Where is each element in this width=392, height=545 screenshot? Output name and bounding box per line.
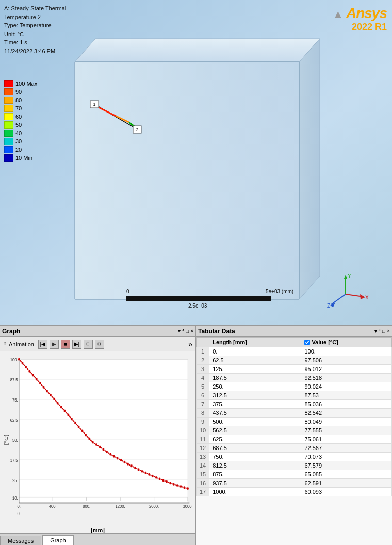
row-value: 67.579 <box>301 461 392 470</box>
table-close-icon[interactable]: × <box>387 328 390 334</box>
tab-graph[interactable]: Graph <box>42 535 74 545</box>
row-length: 562.5 <box>209 426 301 435</box>
svg-point-78 <box>85 434 87 437</box>
svg-point-69 <box>53 397 55 400</box>
tab-messages[interactable]: Messages <box>0 536 41 545</box>
svg-text:1200.: 1200. <box>116 503 125 509</box>
table-row: 6 312.5 87.53 <box>197 391 392 400</box>
row-index: 15 <box>197 470 209 479</box>
row-index: 11 <box>197 435 209 444</box>
graph-collapse-icon[interactable]: » <box>188 340 192 348</box>
anim-chart-button[interactable]: ⊟ <box>95 340 104 349</box>
legend-item-7: 30 <box>4 138 37 145</box>
3d-viewport: 1 2 Y Z X 0 5e+03 (mm) 2.5e+03 A: <box>0 0 392 325</box>
tabs-bar: Messages Graph <box>0 533 195 545</box>
table-row: 9 500. 80.049 <box>197 418 392 426</box>
row-index: 16 <box>197 479 209 488</box>
svg-text:Y: Y <box>348 273 351 279</box>
row-value: 75.061 <box>301 435 392 444</box>
svg-point-87 <box>117 457 119 460</box>
svg-point-70 <box>57 402 59 405</box>
row-value: 95.012 <box>301 365 392 374</box>
graph-close-icon[interactable]: × <box>190 328 193 334</box>
info-line5: Time: 1 s <box>4 38 66 47</box>
animation-toolbar: ⠿ Animation |◀ ▶ ■ ▶| ⊞ ⊟ » <box>0 337 195 351</box>
svg-text:2.5e+03: 2.5e+03 <box>188 303 207 309</box>
svg-point-85 <box>109 453 111 456</box>
col-header-length[interactable]: Length [mm] <box>209 338 301 347</box>
anim-step-back-button[interactable]: |◀ <box>38 340 47 349</box>
row-value: 85.036 <box>301 400 392 409</box>
svg-point-62 <box>28 370 30 373</box>
row-length: 312.5 <box>209 391 301 400</box>
row-value: 90.024 <box>301 382 392 391</box>
table-pin-icon[interactable]: ⁴ <box>379 328 381 334</box>
svg-point-103 <box>173 483 175 486</box>
svg-point-92 <box>134 467 136 470</box>
anim-grid-button[interactable]: ⊞ <box>84 340 93 349</box>
row-value: 72.567 <box>301 444 392 453</box>
table-row: 4 187.5 92.518 <box>197 374 392 382</box>
row-value: 70.073 <box>301 453 392 461</box>
legend-item-9: 10 Min <box>4 154 37 162</box>
anim-play-button[interactable]: ▶ <box>50 340 59 349</box>
info-line2: Temperature 2 <box>4 13 66 22</box>
svg-text:3000.: 3000. <box>183 503 193 509</box>
value-checkbox[interactable] <box>304 340 310 345</box>
svg-text:100.: 100. <box>10 357 18 362</box>
svg-point-75 <box>74 422 76 425</box>
row-value: 80.049 <box>301 418 392 426</box>
row-length: 0. <box>209 347 301 356</box>
svg-point-72 <box>63 410 66 413</box>
svg-point-93 <box>137 468 139 471</box>
svg-point-83 <box>102 448 104 451</box>
row-index: 7 <box>197 400 209 409</box>
svg-text:50.: 50. <box>12 437 18 443</box>
table-dropdown-icon[interactable]: ▾ <box>374 328 377 334</box>
row-index: 13 <box>197 453 209 461</box>
svg-text:2: 2 <box>136 127 138 132</box>
svg-point-104 <box>176 484 178 487</box>
svg-point-91 <box>130 464 133 468</box>
table-panel: Tabular Data ▾ ⁴ □ × Length [mm] <box>196 326 392 545</box>
svg-text:0: 0 <box>126 288 129 294</box>
graph-panel-header: Graph ▾ ⁴ □ × <box>0 326 195 337</box>
svg-point-77 <box>81 429 83 432</box>
svg-point-102 <box>169 482 171 485</box>
svg-point-98 <box>155 476 157 479</box>
svg-point-105 <box>179 485 182 488</box>
svg-text:400.: 400. <box>49 503 57 509</box>
table-row: 3 125. 95.012 <box>197 365 392 374</box>
graph-dropdown-icon[interactable]: ▾ <box>178 328 181 334</box>
row-index: 5 <box>197 382 209 391</box>
anim-stop-button[interactable]: ■ <box>61 340 70 349</box>
svg-point-80 <box>92 441 94 444</box>
table-row: 1 0. 100. <box>197 347 392 356</box>
col-header-value[interactable]: Value [°C] <box>301 338 392 347</box>
graph-panel-controls[interactable]: ▾ ⁴ □ × <box>178 328 193 334</box>
legend-item-0: 100 Max <box>4 80 37 87</box>
info-line6: 11/24/2022 3:46 PM <box>4 47 66 56</box>
graph-maximize-icon[interactable]: □ <box>186 328 189 334</box>
table-row: 12 687.5 72.567 <box>197 444 392 453</box>
table-panel-title: Tabular Data <box>198 328 374 335</box>
svg-point-65 <box>39 382 41 385</box>
svg-point-101 <box>166 480 168 483</box>
table-panel-header: Tabular Data ▾ ⁴ □ × <box>196 326 392 337</box>
row-length: 437.5 <box>209 409 301 418</box>
row-value: 77.555 <box>301 426 392 435</box>
table-scroll-area[interactable]: Length [mm] Value [°C] 1 0. 100. 2 62.5 … <box>196 337 392 545</box>
row-length: 62.5 <box>209 356 301 365</box>
table-panel-controls[interactable]: ▾ ⁴ □ × <box>374 328 390 334</box>
row-index: 6 <box>197 391 209 400</box>
legend-item-2: 80 <box>4 97 37 104</box>
table-row: 17 1000. 60.093 <box>197 488 392 496</box>
graph-pin-icon[interactable]: ⁴ <box>182 328 184 334</box>
row-length: 375. <box>209 400 301 409</box>
svg-point-61 <box>25 366 27 369</box>
anim-step-fwd-button[interactable]: ▶| <box>72 340 81 349</box>
svg-point-79 <box>88 438 90 441</box>
svg-text:Z: Z <box>327 303 330 309</box>
table-maximize-icon[interactable]: □ <box>382 328 385 334</box>
row-length: 125. <box>209 365 301 374</box>
